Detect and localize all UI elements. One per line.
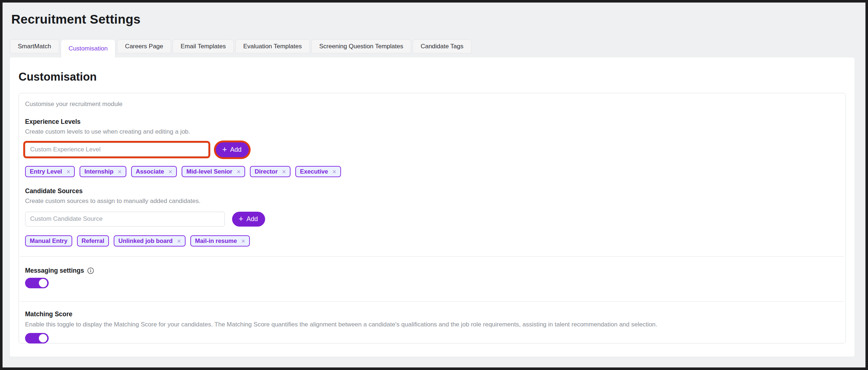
tag-label: Referral (82, 237, 104, 244)
toggle-knob (39, 279, 47, 287)
custom-experience-level-input[interactable] (25, 143, 208, 156)
tag-label: Director (255, 168, 277, 175)
tab-bar: SmartMatchCustomisationCareers PageEmail… (10, 39, 865, 53)
plus-icon: + (239, 215, 243, 223)
tag-label: Entry Level (30, 168, 62, 175)
matching-score-label: Matching Score (25, 310, 839, 318)
tag-chip: Referral (77, 235, 109, 247)
tab-evaluation-templates[interactable]: Evaluation Templates (235, 39, 310, 53)
tag-chip: Executive× (295, 166, 341, 177)
plus-icon: + (222, 146, 227, 154)
page-title: Recruitment Settings (11, 12, 865, 27)
messaging-settings-toggle[interactable] (25, 278, 49, 288)
add-candidate-source-button[interactable]: + Add (232, 212, 265, 227)
section-divider (20, 301, 844, 302)
remove-tag-icon[interactable]: × (237, 168, 241, 175)
tag-chip: Internship× (80, 166, 126, 177)
candidate-source-tags: Manual EntryReferralUnlinked job board×M… (25, 235, 839, 247)
experience-levels-label: Experience Levels (25, 118, 839, 126)
card-subtitle: Customise your recruitment module (25, 101, 839, 108)
experience-levels-input-row: + Add (25, 141, 839, 159)
candidate-sources-label: Candidate Sources (25, 187, 839, 195)
panel-heading: Customisation (19, 70, 846, 84)
tag-label: Mid-level Senior (186, 168, 232, 175)
tab-customisation[interactable]: Customisation (61, 39, 116, 58)
matching-score-description: Enable this toggle to display the Matchi… (25, 321, 839, 328)
tag-chip: Mid-level Senior× (182, 166, 245, 177)
messaging-settings-text: Messaging settings (25, 267, 84, 275)
add-experience-level-button[interactable]: + Add (216, 142, 249, 157)
tag-chip: Director× (250, 166, 291, 177)
tag-label: Mail-in resume (195, 237, 237, 244)
customisation-panel: Customisation Customise your recruitment… (9, 57, 855, 357)
remove-tag-icon[interactable]: × (282, 168, 286, 175)
messaging-settings-label: Messaging settings (25, 267, 839, 275)
toggle-knob (39, 334, 47, 342)
tab-careers-page[interactable]: Careers Page (117, 39, 171, 53)
tag-label: Executive (300, 168, 328, 175)
candidate-sources-input-row: + Add (25, 210, 839, 228)
remove-tag-icon[interactable]: × (241, 238, 245, 244)
remove-tag-icon[interactable]: × (66, 168, 70, 175)
customisation-card: Customise your recruitment module Experi… (19, 93, 846, 343)
add-button-label: Add (230, 146, 242, 154)
tag-label: Internship (84, 168, 113, 175)
tab-candidate-tags[interactable]: Candidate Tags (413, 39, 471, 53)
matching-score-toggle[interactable] (25, 333, 49, 343)
experience-level-tags: Entry Level×Internship×Associate×Mid-lev… (25, 166, 839, 177)
section-divider (20, 256, 844, 257)
remove-tag-icon[interactable]: × (177, 238, 181, 244)
remove-tag-icon[interactable]: × (332, 168, 336, 175)
tag-chip: Unlinked job board× (114, 235, 186, 247)
tag-label: Unlinked job board (118, 237, 173, 244)
remove-tag-icon[interactable]: × (118, 168, 122, 175)
tab-smartmatch[interactable]: SmartMatch (10, 39, 59, 53)
candidate-sources-description: Create custom sources to assign to manua… (25, 198, 839, 205)
tag-chip: Associate× (131, 166, 177, 177)
tab-screening-question-templates[interactable]: Screening Question Templates (311, 39, 411, 53)
experience-levels-description: Create custom levels to use when creatin… (25, 128, 839, 135)
tag-chip: Manual Entry (25, 235, 72, 247)
tag-chip: Mail-in resume× (190, 235, 250, 247)
tag-chip: Entry Level× (25, 166, 75, 177)
info-icon[interactable] (87, 267, 94, 274)
custom-candidate-source-input[interactable] (25, 212, 225, 227)
remove-tag-icon[interactable]: × (169, 168, 173, 175)
tab-email-templates[interactable]: Email Templates (173, 39, 234, 53)
tag-label: Manual Entry (30, 237, 68, 244)
tag-label: Associate (136, 168, 164, 175)
add-button-label: Add (247, 215, 258, 223)
